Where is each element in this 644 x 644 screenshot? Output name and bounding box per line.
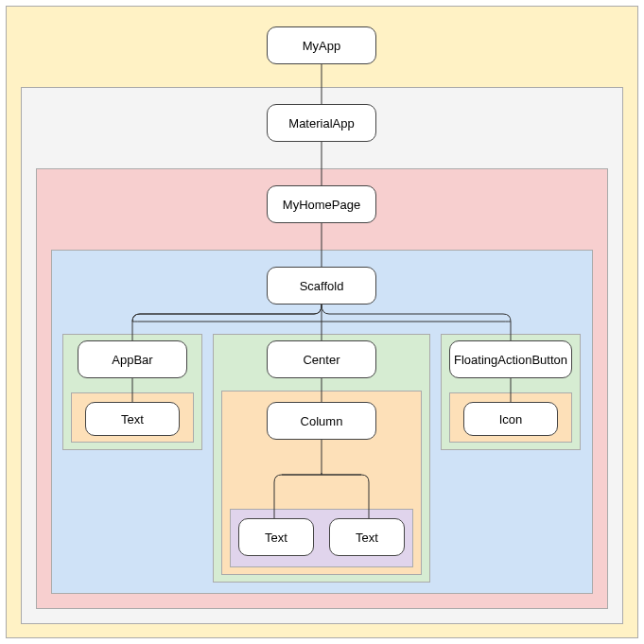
- diagram-canvas: MyApp MaterialApp MyHomePage Scaffold Ap…: [0, 0, 644, 644]
- node-label: Text: [121, 412, 144, 426]
- node-scaffold: Scaffold: [267, 267, 376, 305]
- node-myhomepage: MyHomePage: [267, 185, 376, 223]
- node-label: Center: [303, 353, 339, 367]
- node-fab: FloatingActionButton: [449, 340, 572, 378]
- node-label: MyApp: [303, 39, 340, 53]
- node-column: Column: [267, 402, 376, 440]
- node-label: Scaffold: [300, 279, 344, 293]
- node-label: Column: [301, 414, 343, 428]
- node-label: AppBar: [112, 353, 152, 367]
- node-label: Text: [356, 531, 378, 545]
- node-text-col1: Text: [238, 518, 314, 556]
- node-center: Center: [267, 340, 376, 378]
- node-text-col2: Text: [329, 518, 405, 556]
- node-appbar: AppBar: [78, 340, 187, 378]
- node-label: MyHomePage: [283, 198, 360, 212]
- node-materialapp: MaterialApp: [267, 104, 376, 142]
- node-label: Icon: [499, 412, 523, 426]
- node-icon: Icon: [463, 402, 558, 436]
- node-label: Text: [265, 531, 287, 545]
- node-text-appbar: Text: [85, 402, 180, 436]
- node-myapp: MyApp: [267, 26, 376, 64]
- node-label: MaterialApp: [288, 116, 354, 131]
- node-label: FloatingActionButton: [454, 353, 567, 367]
